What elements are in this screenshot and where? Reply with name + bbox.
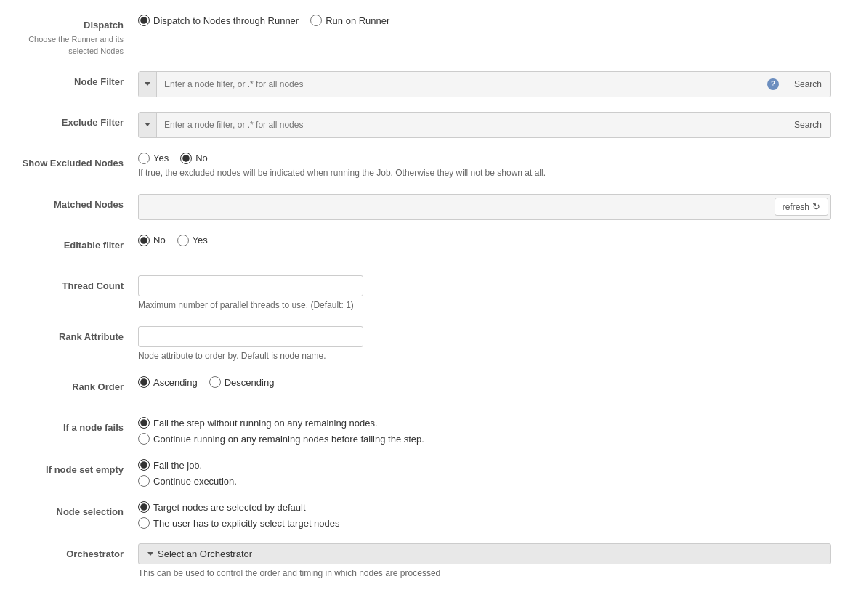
orchestrator-row: Orchestrator Select an Orchestrator This…	[22, 543, 831, 580]
exclude-filter-content: Search	[138, 112, 831, 138]
node-filter-content: ? Search	[138, 71, 831, 97]
show-excluded-radio-group: Yes No	[138, 153, 831, 164]
node-filter-dropdown[interactable]	[139, 72, 157, 97]
info-icon[interactable]: ?	[761, 78, 785, 90]
dispatch-row: Dispatch Choose the Runner and its selec…	[22, 15, 831, 57]
orchestrator-button[interactable]: Select an Orchestrator	[138, 543, 831, 564]
rank-order-ascending-radio[interactable]	[138, 376, 150, 388]
node-selection-option2-radio[interactable]	[138, 517, 150, 529]
if-node-set-empty-option2-label[interactable]: Continue execution.	[138, 475, 831, 487]
node-selection-option2-label[interactable]: The user has to explicitly select target…	[138, 517, 831, 529]
dispatch-option1-label[interactable]: Dispatch to Nodes through Runner	[138, 15, 299, 26]
matched-nodes-content: refresh ↻	[138, 194, 831, 220]
editable-filter-row: Editable filter No Yes	[22, 235, 831, 261]
exclude-filter-input[interactable]	[157, 115, 785, 134]
thread-count-row: Thread Count Maximum number of parallel …	[22, 275, 831, 312]
if-node-set-empty-label: If node set empty	[22, 459, 138, 477]
thread-count-label: Thread Count	[22, 275, 138, 293]
node-filter-input[interactable]	[157, 75, 761, 94]
rank-order-descending-label[interactable]: Descending	[209, 376, 275, 388]
node-filter-wrapper: ? Search	[138, 71, 831, 97]
if-node-fails-row: If a node fails Fail the step without ru…	[22, 417, 831, 445]
show-excluded-no-label[interactable]: No	[180, 153, 208, 164]
show-excluded-yes-label[interactable]: Yes	[138, 153, 169, 164]
node-selection-option1-label[interactable]: Target nodes are selected by default	[138, 501, 831, 513]
orchestrator-help: This can be used to control the order an…	[138, 567, 831, 580]
rank-attribute-help: Node attribute to order by. Default is n…	[138, 350, 831, 362]
matched-nodes-display	[139, 203, 772, 211]
thread-count-input[interactable]	[138, 275, 363, 296]
exclude-filter-row: Exclude Filter Search	[22, 112, 831, 138]
chevron-down-icon-2	[145, 123, 150, 126]
exclude-filter-search-button[interactable]: Search	[785, 113, 830, 137]
if-node-set-empty-content: Fail the job. Continue execution.	[138, 459, 831, 487]
if-node-fails-option2-label[interactable]: Continue running on any remaining nodes …	[138, 433, 831, 445]
exclude-filter-dropdown[interactable]	[139, 113, 157, 137]
dispatch-option2-label[interactable]: Run on Runner	[310, 15, 389, 26]
rank-order-radio-group: Ascending Descending	[138, 376, 831, 388]
show-excluded-no-radio[interactable]	[180, 153, 192, 164]
thread-count-content: Maximum number of parallel threads to us…	[138, 275, 831, 312]
thread-count-help: Maximum number of parallel threads to us…	[138, 299, 831, 312]
chevron-down-icon	[145, 82, 150, 86]
rank-attribute-label: Rank Attribute	[22, 326, 138, 344]
dispatch-radio-group: Dispatch to Nodes through Runner Run on …	[138, 15, 831, 26]
node-filter-label: Node Filter	[22, 71, 138, 89]
if-node-fails-option2-radio[interactable]	[138, 433, 150, 445]
refresh-button[interactable]: refresh ↻	[775, 198, 828, 216]
matched-nodes-label: Matched Nodes	[22, 194, 138, 211]
show-excluded-yes-radio[interactable]	[138, 153, 150, 164]
rank-order-content: Ascending Descending	[138, 376, 831, 388]
if-node-set-empty-option1-label[interactable]: Fail the job.	[138, 459, 831, 471]
node-selection-content: Target nodes are selected by default The…	[138, 501, 831, 529]
rank-order-descending-radio[interactable]	[209, 376, 221, 388]
matched-nodes-wrapper: refresh ↻	[138, 194, 831, 220]
rank-attribute-content: Node attribute to order by. Default is n…	[138, 326, 831, 362]
editable-filter-yes-label[interactable]: Yes	[177, 235, 208, 246]
if-node-fails-option1-radio[interactable]	[138, 417, 150, 429]
node-filter-row: Node Filter ? Search	[22, 71, 831, 97]
refresh-icon: ↻	[812, 201, 820, 212]
editable-filter-radio-group: No Yes	[138, 235, 831, 246]
info-circle-icon: ?	[767, 78, 779, 90]
show-excluded-nodes-label: Show Excluded Nodes	[22, 153, 138, 170]
matched-nodes-row: Matched Nodes refresh ↻	[22, 194, 831, 220]
rank-order-ascending-label[interactable]: Ascending	[138, 376, 198, 388]
node-filter-search-button[interactable]: Search	[785, 72, 830, 97]
dispatch-option1-radio[interactable]	[138, 15, 150, 26]
if-node-set-empty-row: If node set empty Fail the job. Continue…	[22, 459, 831, 487]
show-excluded-help: If true, the excluded nodes will be indi…	[138, 167, 831, 179]
rank-attribute-input[interactable]	[138, 326, 363, 347]
if-node-fails-content: Fail the step without running on any rem…	[138, 417, 831, 445]
dispatch-option2-radio[interactable]	[310, 15, 322, 26]
rank-order-row: Rank Order Ascending Descending	[22, 376, 831, 402]
dispatch-label: Dispatch Choose the Runner and its selec…	[22, 15, 138, 57]
if-node-set-empty-option1-radio[interactable]	[138, 459, 150, 471]
node-selection-option1-radio[interactable]	[138, 501, 150, 513]
editable-filter-label: Editable filter	[22, 235, 138, 252]
if-node-fails-option1-label[interactable]: Fail the step without running on any rem…	[138, 417, 831, 429]
rank-attribute-row: Rank Attribute Node attribute to order b…	[22, 326, 831, 362]
exclude-filter-label: Exclude Filter	[22, 112, 138, 129]
editable-filter-no-radio[interactable]	[138, 235, 150, 246]
editable-filter-yes-radio[interactable]	[177, 235, 189, 246]
dispatch-content: Dispatch to Nodes through Runner Run on …	[138, 15, 831, 26]
if-node-fails-label: If a node fails	[22, 417, 138, 434]
exclude-filter-wrapper: Search	[138, 112, 831, 138]
if-node-set-empty-option2-radio[interactable]	[138, 475, 150, 487]
editable-filter-content: No Yes	[138, 235, 831, 246]
chevron-down-icon-3	[147, 552, 153, 556]
orchestrator-content: Select an Orchestrator This can be used …	[138, 543, 831, 580]
node-selection-row: Node selection Target nodes are selected…	[22, 501, 831, 529]
show-excluded-nodes-row: Show Excluded Nodes Yes No If true, the …	[22, 153, 831, 179]
rank-order-label: Rank Order	[22, 376, 138, 394]
show-excluded-nodes-content: Yes No If true, the excluded nodes will …	[138, 153, 831, 179]
editable-filter-no-label[interactable]: No	[138, 235, 166, 246]
orchestrator-label: Orchestrator	[22, 543, 138, 561]
node-selection-label: Node selection	[22, 501, 138, 519]
